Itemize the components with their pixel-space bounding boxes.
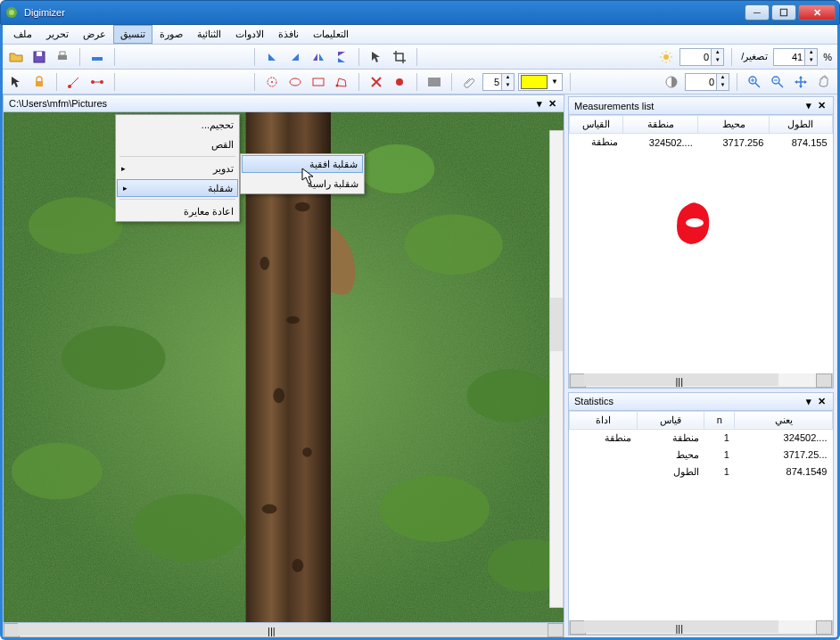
svg-rect-25 [313,78,324,86]
menu-help[interactable]: التعليمات [306,25,356,44]
record-dot-icon[interactable] [390,72,409,92]
brightness-input[interactable]: ▲▼ [679,48,724,66]
image-panel-close-icon[interactable]: ✕ [546,98,558,110]
svg-point-65 [273,388,284,403]
measurements-scrollbar-h[interactable]: ||| [569,373,833,388]
col-mean[interactable]: يعني [735,411,833,429]
lock-icon[interactable] [29,72,49,92]
rectangle-icon[interactable] [309,72,328,92]
attachment-icon[interactable] [459,72,479,92]
measurements-menu-icon[interactable]: ▾ [803,100,815,111]
rotate-left-icon[interactable] [262,47,282,67]
statistics-title: Statistics [574,396,803,406]
svg-line-15 [670,53,671,54]
stroke-width-input[interactable]: ▲▼ [482,73,515,91]
image-scrollbar-v[interactable] [549,130,564,608]
menu-edit[interactable]: تحرير [39,25,76,44]
zoom-out-icon[interactable] [768,72,787,92]
measurements-close-icon[interactable]: ✕ [815,100,828,111]
svg-rect-6 [92,57,103,61]
flip-v-icon[interactable] [332,47,351,67]
save-icon[interactable] [29,47,49,67]
menu-binary[interactable]: الثنائية [190,25,228,44]
statistics-panel: Statistics ▾ ✕ اداة قياس n يعني منطقة [568,392,834,636]
toolbar-2: ▲▼ ▼ ▲▼ [3,70,837,94]
image-panel-menu-icon[interactable]: ▾ [533,98,546,110]
menu-item-flip-h[interactable]: شقلبة افقية [242,155,363,173]
format-dropdown: تحجيم... القص تدوير▸ شقلبة▸ اعادة معايرة [115,114,240,222]
scanner-icon[interactable] [87,47,107,67]
line-segment-icon[interactable] [64,72,84,92]
svg-point-58 [359,144,435,193]
minimize-button[interactable]: ─ [745,4,770,21]
measurements-table: القياس منطقة محيط الطول منطقة 324502....… [569,115,833,151]
maximize-button[interactable]: ☐ [771,4,796,21]
zoom-in-icon[interactable] [745,72,764,92]
menu-item-rotate[interactable]: تدوير▸ [116,159,239,178]
menu-item-flip-v[interactable]: شقلبة راسية [241,174,364,193]
contrast-input[interactable]: ▲▼ [685,73,729,91]
svg-point-57 [380,476,490,542]
table-row[interactable]: منطقة منطقة 1 324502.... [570,429,833,447]
crop-icon[interactable] [390,47,409,67]
col-length[interactable]: الطول [769,116,832,134]
titlebar: Digimizer ─ ☐ ✕ [0,0,840,25]
svg-point-54 [133,494,246,562]
image-pane: C:\Users\mfm\Pictures ▾ ✕ [3,94,568,637]
col-perimeter[interactable]: محيط [698,116,770,134]
menu-view[interactable]: عرض [76,25,113,44]
menu-window[interactable]: نافذة [271,25,306,44]
table-row[interactable]: منطقة 324502.... 3717.256 874.155 [570,134,833,152]
hand-icon[interactable] [814,72,834,92]
measurements-title: Measurements list [574,101,803,111]
table-row[interactable]: محيط 1 3717.25... [570,447,833,464]
statistics-table: اداة قياس n يعني منطقة منطقة 1 324502...… [569,411,833,480]
two-point-icon[interactable] [87,72,107,92]
image-path: C:\Users\mfm\Pictures [9,98,533,109]
color-picker[interactable]: ▼ [518,73,563,91]
image-scrollbar-h[interactable]: ||| [3,623,564,637]
menu-item-recalibrate[interactable]: اعادة معايرة [116,201,239,221]
table-row[interactable]: الطول 1 874.1549 [570,464,833,480]
menu-item-crop[interactable]: القص [116,135,239,154]
move-icon[interactable] [791,72,811,92]
svg-point-52 [62,325,166,390]
print-icon[interactable] [53,47,72,67]
window-title: Digimizer [24,7,745,18]
svg-point-1 [9,10,14,15]
menu-format[interactable]: تنسيق [113,25,152,44]
menu-item-resize[interactable]: تحجيم... [116,115,239,135]
open-icon[interactable] [6,47,26,67]
col-area[interactable]: منطقة [623,116,698,134]
col-meas[interactable]: قياس [637,411,704,429]
col-n[interactable]: n [704,411,735,429]
svg-point-63 [260,257,270,270]
statistics-scrollbar-h[interactable]: ||| [569,620,833,635]
ellipse-icon[interactable] [285,72,305,92]
svg-point-7 [663,54,669,60]
menu-tools[interactable]: الادوات [228,25,271,44]
pointer-tool-icon[interactable] [366,47,386,67]
delete-x-icon[interactable] [366,72,386,92]
statistics-close-icon[interactable]: ✕ [815,396,828,407]
arrow-tool-icon[interactable] [6,72,26,92]
polygon-icon[interactable] [332,72,351,92]
app-icon [4,5,19,20]
flip-h-icon[interactable] [309,47,328,67]
circle-target-icon[interactable] [262,72,282,92]
menu-item-flip[interactable]: شقلبة▸ [117,179,238,197]
col-measure[interactable]: القياس [570,116,623,134]
zoom-input[interactable]: ▲▼ [773,48,818,66]
menubar: ملف تحرير عرض تنسيق صورة الثنائية الادوا… [3,25,837,45]
rotate-right-icon[interactable] [285,47,305,67]
zoom-label: /تصغير [739,51,770,62]
close-button[interactable]: ✕ [798,4,836,21]
svg-point-24 [290,78,301,86]
menu-image[interactable]: صورة [152,25,190,44]
barcode-icon[interactable] [424,72,444,92]
svg-line-18 [70,78,78,86]
col-tool[interactable]: اداة [570,411,638,429]
statistics-menu-icon[interactable]: ▾ [803,396,815,407]
flip-submenu: شقلبة افقية شقلبة راسية [240,153,365,194]
menu-file[interactable]: ملف [6,25,39,44]
